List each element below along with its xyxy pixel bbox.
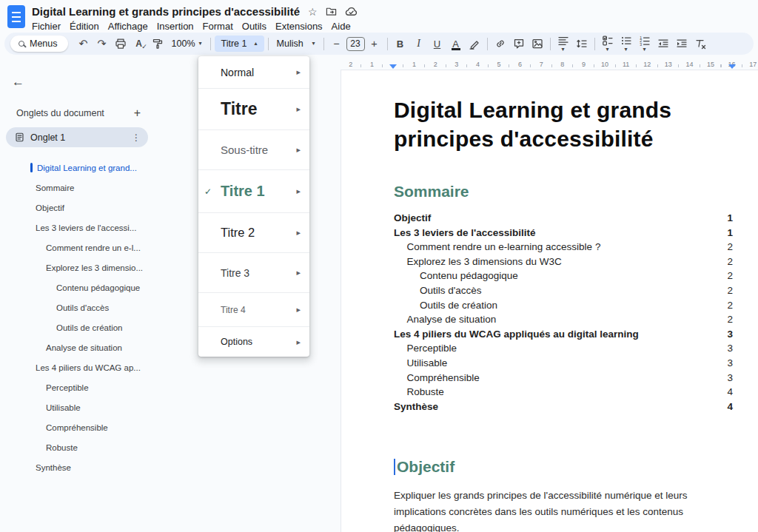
move-folder-icon[interactable] <box>326 6 337 17</box>
increase-indent-button[interactable] <box>673 35 691 53</box>
outline-item-label: Les 3 leviers de l'accessi... <box>36 223 136 232</box>
docs-logo-icon[interactable] <box>7 5 25 28</box>
toc-entry[interactable]: Perceptible 3 <box>394 341 733 356</box>
add-comment-button[interactable] <box>510 35 528 53</box>
document-page[interactable]: Digital Learning et grands principes d'a… <box>341 70 758 532</box>
paint-format-button[interactable] <box>149 35 167 53</box>
doc-paragraph: Expliquer les grands principes de l'acce… <box>394 488 742 532</box>
document-title[interactable]: Digital Learning et grands principes d'a… <box>32 5 300 18</box>
submenu-arrow-icon: ▸ <box>296 145 301 155</box>
outline-item[interactable]: Objectif <box>0 198 178 218</box>
outline-item[interactable]: Outils de création <box>0 317 178 337</box>
bulleted-list-button[interactable]: ▾ <box>617 35 635 53</box>
tab-menu-icon[interactable]: ⋮ <box>132 132 141 143</box>
outline-item[interactable]: Robuste <box>0 437 178 457</box>
style-menu-item[interactable]: ✓ Titre ▸ <box>198 89 309 130</box>
menubar-item[interactable]: Outils <box>238 20 271 33</box>
spell-check-button[interactable]: A✓ <box>130 35 148 53</box>
star-icon[interactable]: ☆ <box>308 7 318 17</box>
style-menu-item[interactable]: ✓ Sous-titre ▸ <box>198 130 309 170</box>
toc-entry-page: 2 <box>727 312 733 327</box>
add-tab-button[interactable]: + <box>134 107 141 120</box>
toc-entry-page: 2 <box>727 283 733 298</box>
text-cursor <box>394 459 395 475</box>
submenu-arrow-icon: ▸ <box>296 228 301 238</box>
style-menu-item[interactable]: ✓ Titre 3 ▸ <box>198 253 309 293</box>
menubar-item[interactable]: Aide <box>327 20 355 33</box>
font-select[interactable]: Mulish ▾ <box>272 36 320 51</box>
outline-item[interactable]: Synthèse <box>0 457 178 477</box>
toc-entry[interactable]: Objectif 1 <box>394 211 733 226</box>
redo-button[interactable]: ↷ <box>93 35 111 53</box>
italic-button[interactable]: I <box>410 35 428 53</box>
toc-entry[interactable]: Contenu pédagogique 2 <box>394 269 733 283</box>
decrease-font-size-button[interactable]: − <box>328 35 346 53</box>
outline-item[interactable]: Les 3 leviers de l'accessi... <box>0 218 178 238</box>
indent-marker-icon[interactable] <box>728 64 736 69</box>
indent-marker-icon[interactable] <box>389 64 397 69</box>
toc-entry-label: Outils d'accès <box>420 283 721 298</box>
undo-button[interactable]: ↶ <box>75 35 93 53</box>
outline-item[interactable]: Comment rendre un e-l... <box>0 238 178 257</box>
increase-font-size-button[interactable]: + <box>366 35 383 53</box>
outline-item[interactable]: Perceptible <box>0 377 178 397</box>
toc-entry[interactable]: Analyse de situation 2 <box>394 312 733 327</box>
document-tab[interactable]: Onglet 1 ⋮ <box>6 127 148 147</box>
highlight-color-button[interactable] <box>466 35 483 53</box>
toc-entry[interactable]: Les 4 piliers du WCAG appliqués au digit… <box>394 327 733 342</box>
numbered-list-button[interactable]: 123 ▾ <box>636 35 654 53</box>
toc-entry[interactable]: Utilisable 3 <box>394 356 733 371</box>
outline-item[interactable]: Compréhensible <box>0 417 178 437</box>
outline-item-label: Sommaire <box>36 183 74 192</box>
menubar-item[interactable]: Extensions <box>271 20 327 33</box>
outline-item[interactable]: Les 4 piliers du WCAG ap... <box>0 357 178 377</box>
style-menu-item[interactable]: ✓ Titre 1 ▸ <box>198 170 309 213</box>
paragraph-styles-select[interactable]: Titre 1 ▴ <box>215 36 264 52</box>
toc-entry[interactable]: Les 3 leviers de l'accessibilité 1 <box>394 226 733 240</box>
outline-item[interactable]: Contenu pédagogique <box>0 277 178 297</box>
style-menu-item[interactable]: ✓ Options ▸ <box>198 327 309 357</box>
toc-entry[interactable]: Explorez les 3 dimensions du W3C 2 <box>394 255 733 269</box>
clear-formatting-button[interactable] <box>691 35 709 53</box>
checklist-button[interactable]: ▾ <box>599 35 617 53</box>
font-value: Mulish <box>277 38 303 49</box>
outline-item[interactable]: Analyse de situation <box>0 337 178 357</box>
menubar-item[interactable]: Fichier <box>27 20 65 33</box>
menubar-item[interactable]: Édition <box>65 20 104 33</box>
decrease-indent-button[interactable] <box>654 35 672 53</box>
outline-item[interactable]: Sommaire <box>0 178 178 198</box>
bold-button[interactable]: B <box>392 35 409 53</box>
outline-item[interactable]: Explorez les 3 dimensio... <box>0 257 178 277</box>
print-button[interactable] <box>112 35 130 53</box>
outline-item-label: Compréhensible <box>46 423 108 432</box>
align-button[interactable]: ▾ <box>554 35 572 53</box>
toc-entry[interactable]: Outils d'accès 2 <box>394 283 733 298</box>
outline-item[interactable]: Digital Learning et grand... <box>0 158 178 178</box>
insert-image-button[interactable] <box>529 35 546 53</box>
toc-entry[interactable]: Compréhensible 3 <box>394 371 733 385</box>
toc-entry-label: Utilisable <box>407 356 722 371</box>
toc-entry-page: 2 <box>727 269 733 283</box>
style-menu-item[interactable]: ✓ Normal ▸ <box>198 56 309 89</box>
outline-item[interactable]: Outils d'accès <box>0 297 178 317</box>
text-color-button[interactable]: A <box>447 35 465 53</box>
style-menu-item[interactable]: ✓ Titre 2 ▸ <box>198 213 309 253</box>
toc-entry[interactable]: Comment rendre un e-learning accessible … <box>394 240 733 255</box>
insert-link-button[interactable] <box>492 35 509 53</box>
toc-entry[interactable]: Outils de création 2 <box>394 298 733 313</box>
back-button[interactable]: ← <box>9 71 31 93</box>
style-menu-item-label: Titre 3 <box>218 267 296 279</box>
menubar-item[interactable]: Format <box>198 20 238 33</box>
menubar-item[interactable]: Affichage <box>104 20 152 33</box>
menus-button[interactable]: Menus <box>10 36 68 52</box>
style-menu-item[interactable]: ✓ Titre 4 ▸ <box>198 293 309 327</box>
toc-entry[interactable]: Synthèse 4 <box>394 400 733 414</box>
menubar-item[interactable]: Insertion <box>152 20 198 33</box>
zoom-select[interactable]: 100% ▾ <box>167 36 207 51</box>
line-spacing-button[interactable] <box>573 35 591 53</box>
outline-item[interactable]: Utilisable <box>0 397 178 417</box>
sidebar: ← Onglets du document + Onglet 1 ⋮ Digit… <box>0 58 178 532</box>
font-size-input[interactable] <box>346 37 365 51</box>
underline-button[interactable]: U <box>429 35 446 53</box>
toc-entry[interactable]: Robuste 4 <box>394 385 733 400</box>
